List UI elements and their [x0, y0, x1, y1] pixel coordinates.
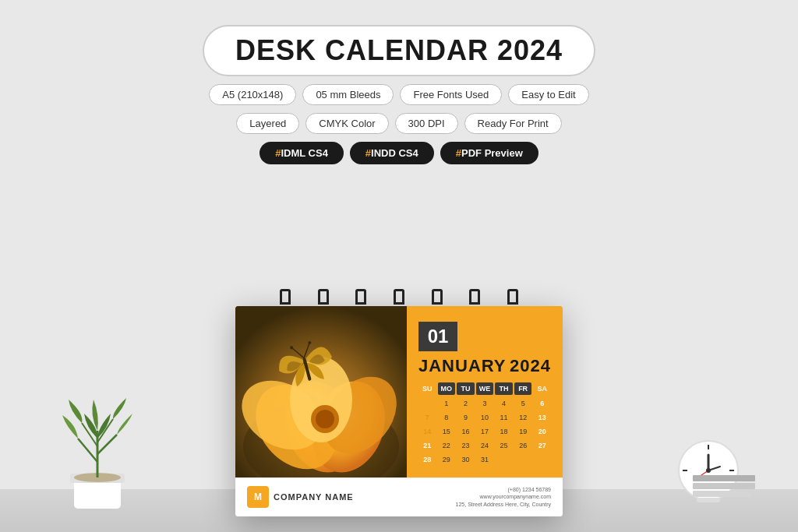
day-tu: TU: [457, 382, 475, 395]
cal-cell: 22: [438, 439, 456, 452]
cal-cell: 25: [495, 439, 513, 452]
badge-fonts: Free Fonts Used: [400, 84, 502, 105]
cal-cell: 31: [476, 453, 494, 466]
calendar-info: 01 JANUARY 2024 SU MO TU WE TH FR: [407, 306, 563, 477]
company-logo-area: M COMPANY NAME: [247, 486, 354, 508]
badge-print: Ready For Print: [464, 113, 562, 134]
cal-cell: 26: [514, 439, 532, 452]
clock-decoration: [673, 435, 743, 509]
cal-cell: 21: [418, 439, 436, 452]
contact-info: (+80) 1234 56789 www.yourcompanyname.com…: [456, 486, 551, 509]
calendar-top: 01 JANUARY 2024 SU MO TU WE TH FR: [235, 306, 563, 477]
spine-ring: [280, 289, 291, 305]
calendar-grid: SU MO TU WE TH FR SA 1 2: [418, 382, 551, 466]
spine-ring: [432, 289, 443, 305]
cal-cell: 28: [418, 453, 436, 466]
cal-cell: [514, 453, 532, 466]
calendar-photo: [235, 306, 407, 477]
main-area: 01 JANUARY 2024 SU MO TU WE TH FR: [0, 172, 798, 532]
cal-cell: 3: [476, 397, 494, 410]
cal-cell: 29: [438, 453, 456, 466]
day-sa: SA: [533, 382, 551, 395]
cal-cell: 8: [438, 411, 456, 424]
svg-point-32: [706, 468, 711, 473]
notebook-stack: [693, 475, 755, 497]
cal-cell: 1: [438, 397, 456, 410]
badge-cmyk: CMYK Color: [305, 113, 388, 134]
badge-pdf[interactable]: #PDF Preview: [440, 142, 538, 164]
cal-cell: 4: [495, 397, 513, 410]
cal-cell: 27: [533, 439, 551, 452]
spine-ring: [394, 289, 404, 305]
badges-row-2: Layered CMYK Color 300 DPI Ready For Pri…: [236, 113, 561, 134]
cal-cell: 11: [495, 411, 513, 424]
cal-cell: 18: [495, 425, 513, 438]
cal-cell: [418, 397, 436, 410]
day-th: TH: [495, 382, 513, 395]
title-pill: DESK CALENDAR 2024: [203, 25, 595, 76]
notebook: [693, 491, 751, 497]
cal-cell: 14: [418, 425, 436, 438]
cal-cell: 13: [533, 411, 551, 424]
spine-ring: [355, 289, 366, 305]
month-number: 01: [418, 322, 457, 351]
cal-cell: 5: [514, 397, 532, 410]
spine-ring: [507, 289, 518, 305]
spine-ring: [469, 289, 480, 305]
calendar-body: 01 JANUARY 2024 SU MO TU WE TH FR: [235, 306, 563, 516]
day-fr: FR: [514, 382, 532, 395]
badges-row-1: A5 (210x148) 05 mm Bleeds Free Fonts Use…: [209, 84, 588, 105]
cal-cell: 20: [533, 425, 551, 438]
badge-layered: Layered: [236, 113, 299, 134]
cal-cell: 7: [418, 411, 436, 424]
notebook: [693, 475, 755, 481]
cal-cell: 15: [438, 425, 456, 438]
calendar-footer: M COMPANY NAME (+80) 1234 56789 www.your…: [235, 477, 563, 516]
calendar-spine: [235, 289, 563, 305]
badge-bleeds: 05 mm Bleeds: [302, 84, 394, 105]
badge-indd[interactable]: #INDD CS4: [350, 142, 434, 164]
day-su: SU: [418, 382, 436, 395]
logo-icon: M: [247, 486, 269, 508]
cal-cell: 23: [457, 439, 475, 452]
badge-edit: Easy to Edit: [508, 84, 588, 105]
cal-cell: 24: [476, 439, 494, 452]
calendar: 01 JANUARY 2024 SU MO TU WE TH FR: [235, 289, 563, 516]
badge-idml[interactable]: #IDML CS4: [260, 142, 344, 164]
cal-cell: 10: [476, 411, 494, 424]
day-headers: SU MO TU WE TH FR SA: [418, 382, 551, 395]
svg-point-17: [316, 410, 334, 428]
cal-cell: [495, 453, 513, 466]
plant-decoration: [47, 384, 148, 509]
cal-cell: 2: [457, 397, 475, 410]
header-section: DESK CALENDAR 2024 A5 (210x148) 05 mm Bl…: [203, 25, 595, 164]
cal-cell: 19: [514, 425, 532, 438]
cal-cell: 17: [476, 425, 494, 438]
main-title: DESK CALENDAR 2024: [235, 34, 563, 67]
cal-cell: 12: [514, 411, 532, 424]
company-name: COMPANY NAME: [274, 492, 354, 502]
cal-cell: 9: [457, 411, 475, 424]
cal-cell: 6: [533, 397, 551, 410]
phone: (+80) 1234 56789: [456, 486, 551, 494]
notebook: [693, 483, 755, 489]
badges-row-3: #IDML CS4 #INDD CS4 #PDF Preview: [260, 142, 538, 164]
day-we: WE: [476, 382, 494, 395]
cal-cell: [533, 453, 551, 466]
cal-cell: 30: [457, 453, 475, 466]
month-name: JANUARY 2024: [418, 356, 551, 376]
cal-cell: 16: [457, 425, 475, 438]
website: www.yourcompanyname.com: [456, 493, 551, 501]
address: 125, Street Address Here, City, Country: [456, 501, 551, 509]
badge-dpi: 300 DPI: [395, 113, 458, 134]
spine-ring: [318, 289, 329, 305]
svg-rect-33: [697, 498, 720, 502]
badge-a5: A5 (210x148): [209, 84, 296, 105]
calendar-dates: 1 2 3 4 5 6 7 8 9 10 11 12: [418, 397, 551, 466]
day-mo: MO: [438, 382, 456, 395]
